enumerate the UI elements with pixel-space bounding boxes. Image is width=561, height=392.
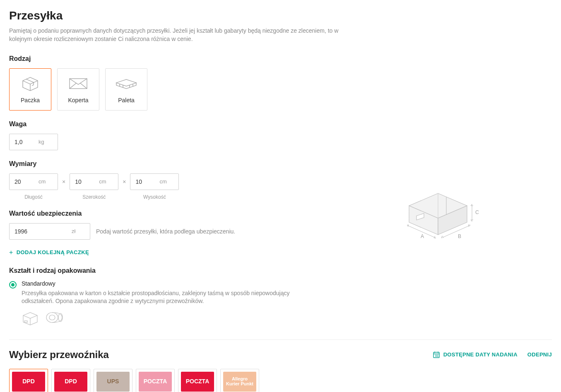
type-option-paleta[interactable]: Paleta <box>105 68 147 111</box>
dimensions-label: Wymiary <box>9 160 307 168</box>
dim-sep: × <box>62 173 65 190</box>
weight-input[interactable] <box>10 139 39 145</box>
page-subtitle: Pamiętaj o podaniu poprawnych danych dot… <box>9 26 361 43</box>
shape-label: Kształt i rodzaj opakowania <box>9 267 307 274</box>
width-field: cm <box>70 173 118 190</box>
shape-radio-standard[interactable] <box>9 281 17 289</box>
width-input[interactable] <box>70 178 99 185</box>
envelope-icon <box>68 75 88 92</box>
dimensions-row: cm Długość × cm Szerokość × cm Wysokość <box>9 173 307 200</box>
svg-text:31: 31 <box>435 354 438 357</box>
length-unit: cm <box>39 178 51 185</box>
box-3d-diagram: A B C <box>397 177 479 247</box>
insurance-hint: Podaj wartość przesyłki, która podlega u… <box>96 228 235 235</box>
svg-point-2 <box>46 313 58 322</box>
type-option-paczka[interactable]: Paczka <box>9 68 51 111</box>
type-options: Paczka Koperta <box>9 68 307 111</box>
unpin-link[interactable]: ODEPNIJ <box>527 351 552 358</box>
carrier-options: DPDAllegro DPDDPDDPD Umowa WłasnaUPSAlle… <box>9 369 552 392</box>
available-dates-label: DOSTĘPNE DATY NADANIA <box>443 351 518 358</box>
carrier-card[interactable]: POCZTAAllegro Poczta <box>136 369 175 392</box>
carrier-section-title: Wybierz przewoźnika <box>9 349 109 361</box>
length-input[interactable] <box>10 178 39 185</box>
length-caption: Długość <box>24 194 42 200</box>
unpin-label: ODEPNIJ <box>527 351 552 358</box>
tire-icon <box>45 311 65 328</box>
svg-point-3 <box>49 315 55 320</box>
axis-b-label: B <box>458 233 461 239</box>
carrier-logo: UPS <box>96 372 130 392</box>
height-input[interactable] <box>130 178 159 185</box>
axis-c-label: C <box>475 209 479 215</box>
pallet-icon <box>115 75 138 92</box>
box-small-icon <box>22 311 39 328</box>
weight-unit: kg <box>39 139 49 145</box>
shape-option-label: Standardowy <box>22 280 295 287</box>
type-option-label: Koperta <box>68 97 88 103</box>
carrier-card[interactable]: Allegro Kurier PunktAllegro Kurier Punkt <box>220 369 259 392</box>
carrier-logo: Allegro Kurier Punkt <box>223 372 256 392</box>
page-title: Przesyłka <box>9 9 552 22</box>
calendar-icon: 31 <box>433 351 440 358</box>
height-field: cm <box>130 173 179 190</box>
type-label: Rodzaj <box>9 55 307 63</box>
height-unit: cm <box>159 178 171 185</box>
carrier-logo: POCZTA <box>181 372 214 392</box>
axis-a-label: A <box>421 233 424 239</box>
shape-option-desc: Przesyłka opakowana w karton o kształcie… <box>22 289 295 305</box>
carrier-logo: DPD <box>54 372 87 392</box>
weight-field: kg <box>9 134 58 150</box>
type-option-koperta[interactable]: Koperta <box>57 68 99 111</box>
available-dates-link[interactable]: 31 DOSTĘPNE DATY NADANIA <box>433 351 518 358</box>
carrier-card[interactable]: POCZTAPoczta test <box>178 369 217 392</box>
carrier-logo: POCZTA <box>139 372 172 392</box>
radio-dot <box>11 283 14 286</box>
type-option-label: Paczka <box>21 97 40 103</box>
svg-rect-1 <box>24 321 27 322</box>
add-package-label: DODAJ KOLEJNĄ PACZKĘ <box>17 249 89 255</box>
carrier-card[interactable]: UPSAllegro UPS do 10 kg <box>94 369 132 392</box>
width-caption: Szerokość <box>82 194 106 200</box>
insurance-input[interactable] <box>10 228 72 235</box>
insurance-field: zł <box>9 223 90 240</box>
box-icon <box>20 75 40 92</box>
height-caption: Wysokość <box>143 194 166 200</box>
plus-icon: + <box>9 249 13 256</box>
insurance-label: Wartość ubezpieczenia <box>9 210 307 217</box>
add-package-button[interactable]: + DODAJ KOLEJNĄ PACZKĘ <box>9 249 307 256</box>
insurance-unit: zł <box>72 228 80 234</box>
carrier-card[interactable]: DPDDPD Umowa Własna <box>51 369 90 392</box>
carrier-card[interactable]: DPDAllegro DPD <box>9 369 48 392</box>
width-unit: cm <box>99 178 111 185</box>
weight-label: Waga <box>9 120 307 128</box>
dim-sep: × <box>123 173 126 190</box>
type-option-label: Paleta <box>118 97 135 103</box>
length-field: cm <box>9 173 58 190</box>
carrier-logo: DPD <box>12 372 45 392</box>
